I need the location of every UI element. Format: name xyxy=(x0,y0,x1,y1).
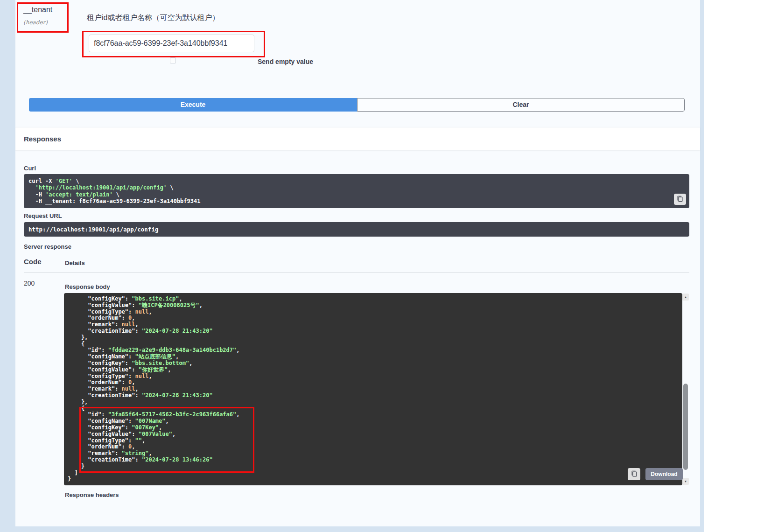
code-line: "orderNum": 0, xyxy=(68,444,669,450)
responses-section-header xyxy=(15,127,700,150)
scrollbar-thumb[interactable] xyxy=(683,384,688,470)
swagger-page: __tenant (header) 租户id或者租户名称（可空为默认租户） Se… xyxy=(0,0,778,532)
code-line: "configKey": "bbs.site.bottom", xyxy=(68,360,669,367)
download-button[interactable]: Download xyxy=(645,468,683,480)
clear-button[interactable]: Clear xyxy=(357,98,685,112)
code-line: "id": "3fa85f64-5717-4562-b3fc-2c963f66a… xyxy=(68,412,669,418)
code-line: "configKey": "007Key", xyxy=(68,425,669,431)
server-response-label: Server response xyxy=(24,243,71,250)
code-line: "creationTime": "2024-07-28 13:46:26" xyxy=(68,457,669,463)
send-empty-value-checkbox[interactable] xyxy=(170,57,176,63)
code-line: "orderNum": 0, xyxy=(68,315,669,322)
code-line: "configValue": "007Value", xyxy=(68,431,669,438)
code-line: } xyxy=(68,476,669,483)
clipboard-icon xyxy=(677,196,683,203)
code-line: "remark": null, xyxy=(68,322,669,328)
curl-code: curl -X 'GET' \ 'http://localhost:19001/… xyxy=(24,174,689,208)
code-line: "configType": "", xyxy=(68,438,669,444)
details-column-header: Details xyxy=(65,259,85,266)
code-line: "creationTime": "2024-07-28 21:43:20" xyxy=(68,392,669,399)
response-body-label: Response body xyxy=(65,283,110,290)
parameter-location: (header) xyxy=(23,19,48,26)
copy-response-button[interactable] xyxy=(628,468,640,480)
tenant-input[interactable] xyxy=(89,35,254,52)
code-line: "configName": "站点底部信息", xyxy=(68,354,669,360)
code-line: { xyxy=(68,341,669,348)
code-line: "configKey": "bbs.site.icp", xyxy=(68,296,669,302)
copy-curl-button[interactable] xyxy=(674,194,686,205)
code-line: "orderNum": 0, xyxy=(68,379,669,386)
code-line: -H 'accept: text/plain' \ xyxy=(28,191,671,198)
execute-button[interactable]: Execute xyxy=(29,98,357,112)
parameter-description: 租户id或者租户名称（可空为默认租户） xyxy=(87,13,219,23)
send-empty-value-label: Send empty value xyxy=(258,58,313,65)
code-line: "creationTime": "2024-07-28 21:43:20" xyxy=(68,328,669,335)
clipboard-icon xyxy=(631,470,638,478)
response-body-code: "configKey": "bbs.site.icp", "configValu… xyxy=(64,293,682,485)
code-line: "configType": null, xyxy=(68,309,669,315)
response-headers-label: Response headers xyxy=(65,491,119,498)
request-url-label: Request URL xyxy=(24,212,62,219)
table-divider xyxy=(24,273,689,273)
code-line: "configValue": "你好世界", xyxy=(68,367,669,373)
code-line: "configValue": "赣ICP备20008025号", xyxy=(68,302,669,309)
response-scrollbar: ▲ ▼ xyxy=(682,294,689,485)
scrollbar-up-arrow-icon[interactable]: ▲ xyxy=(682,294,689,301)
code-line: }, xyxy=(68,335,669,341)
code-line: "configType": null, xyxy=(68,373,669,380)
code-line: curl -X 'GET' \ xyxy=(28,178,671,184)
code-line: "remark": "string", xyxy=(68,450,669,457)
code-line: ] xyxy=(68,470,669,476)
parameter-name: __tenant xyxy=(23,6,52,14)
code-line: }, xyxy=(68,399,669,406)
responses-title: Responses xyxy=(24,135,61,143)
curl-label: Curl xyxy=(24,165,36,172)
code-line: { xyxy=(68,406,669,412)
code-line: -H __tenant: f8cf76aa-ac59-6399-23ef-3a1… xyxy=(28,198,671,204)
code-line: } xyxy=(68,463,669,470)
code-line: 'http://localhost:19001/api/app/config' … xyxy=(28,184,671,191)
status-code: 200 xyxy=(24,280,35,287)
code-column-header: Code xyxy=(24,258,42,266)
code-line: "configName": "007Name", xyxy=(68,418,669,425)
code-line: "id": "fddae229-a2e9-ddb3-648a-3a140bc1b… xyxy=(68,347,669,354)
scrollbar-down-arrow-icon[interactable]: ▼ xyxy=(682,478,689,485)
request-url-value: http://localhost:19001/api/app/config xyxy=(24,222,689,237)
code-line: "remark": null, xyxy=(68,386,669,392)
